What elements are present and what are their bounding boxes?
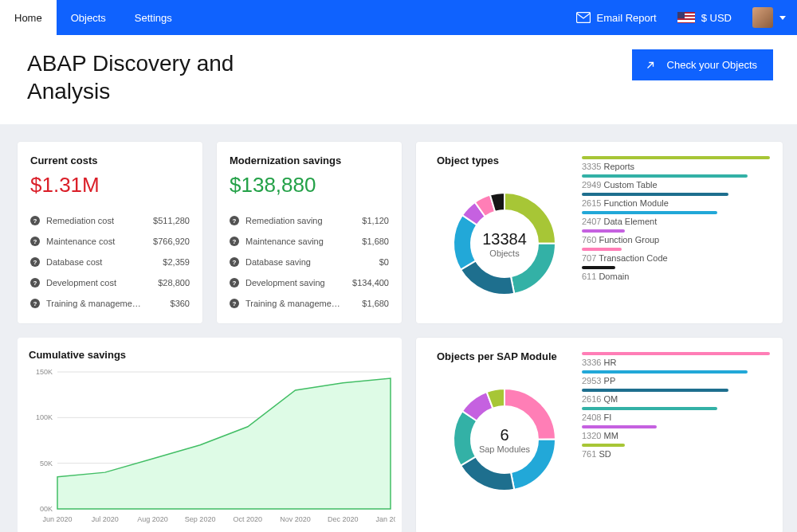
svg-rect-0 <box>576 13 590 23</box>
saving-item-row: ?Maintenance saving$1,680 <box>230 231 389 252</box>
sap-module-legend-row: 2953 PP <box>582 370 770 385</box>
saving-item-row: ?Database saving$0 <box>230 252 389 272</box>
email-report-button[interactable]: Email Report <box>576 12 657 24</box>
sap-module-legend-row: 1320 MM <box>582 425 770 440</box>
check-objects-label: Check your Objects <box>667 59 757 71</box>
arrow-up-right-icon <box>645 60 656 71</box>
sap-module-legend-row: 3336 HR <box>582 352 770 367</box>
svg-text:00K: 00K <box>40 505 53 513</box>
user-menu[interactable] <box>752 7 786 28</box>
page-title: ABAP Discovery and Analysis <box>27 49 282 105</box>
saving-item-row: ?Remediation saving$1,120 <box>230 210 389 231</box>
cost-item-value: $511,280 <box>153 216 190 225</box>
cost-item-value: $360 <box>171 299 190 308</box>
avatar <box>752 7 773 28</box>
sap-modules-sub: Sap Modules <box>479 444 530 454</box>
help-icon[interactable]: ? <box>230 299 239 308</box>
saving-item-row: ?Development saving$134,400 <box>230 272 389 293</box>
topbar-right: Email Report $ USD <box>576 7 786 28</box>
saving-item-value: $0 <box>379 257 389 267</box>
svg-text:Jun 2020: Jun 2020 <box>42 515 72 523</box>
sap-modules-donut: 6 Sap Modules <box>437 372 572 507</box>
current-costs-total: $1.31M <box>30 173 190 198</box>
saving-item-label: Database saving <box>245 257 373 267</box>
sap-modules-card: Objects per SAP Module 6 Sap Modules 333… <box>416 338 783 532</box>
sap-module-legend-row: 2408 FI <box>582 407 770 422</box>
cost-item-value: $766,920 <box>153 237 190 246</box>
tab-settings[interactable]: Settings <box>120 0 186 35</box>
current-costs-title: Current costs <box>30 155 190 166</box>
object-types-donut: 13384 Objects <box>437 176 572 311</box>
cost-item-row: ?Development cost$28,800 <box>30 272 190 293</box>
cost-item-row: ?Training & manageme…$360 <box>30 293 190 314</box>
saving-item-label: Maintenance saving <box>245 237 355 246</box>
savings-total: $138,880 <box>230 173 389 198</box>
svg-text:Aug 2020: Aug 2020 <box>137 515 168 523</box>
help-icon[interactable]: ? <box>30 237 40 246</box>
object-type-legend-row: 760 Function Group <box>582 229 770 244</box>
object-type-legend-row: 2615 Function Module <box>582 193 770 208</box>
object-type-legend-row: 2407 Data Element <box>582 211 770 226</box>
svg-text:Oct 2020: Oct 2020 <box>234 515 263 523</box>
cost-item-label: Remediation cost <box>46 216 147 225</box>
help-icon[interactable]: ? <box>30 299 40 308</box>
svg-text:Dec 2020: Dec 2020 <box>328 515 359 523</box>
cost-item-label: Development cost <box>46 278 151 288</box>
help-icon[interactable]: ? <box>230 278 239 288</box>
svg-text:Sep 2020: Sep 2020 <box>185 515 216 523</box>
object-type-legend-row: 707 Transaction Code <box>582 248 770 263</box>
object-types-sub: Objects <box>482 248 527 258</box>
saving-item-row: ?Training & manageme…$1,680 <box>230 293 389 314</box>
savings-title: Modernization savings <box>230 155 389 166</box>
svg-text:50K: 50K <box>40 460 53 467</box>
cost-item-value: $28,800 <box>158 278 190 288</box>
saving-item-label: Remediation saving <box>245 216 355 225</box>
object-types-card: Object types 13384 Objects 3335 Reports2… <box>416 142 783 323</box>
help-icon[interactable]: ? <box>230 257 239 267</box>
dashboard-row-1: Current costs $1.31M ?Remediation cost$5… <box>0 124 797 323</box>
help-icon[interactable]: ? <box>230 237 239 246</box>
saving-item-value: $134,400 <box>352 278 389 288</box>
help-icon[interactable]: ? <box>30 216 40 225</box>
svg-text:Jul 2020: Jul 2020 <box>92 515 119 523</box>
currency-selector[interactable]: $ USD <box>677 12 732 24</box>
cumulative-chart: 150K100K50K00KJun 2020Jul 2020Aug 2020Se… <box>29 367 395 526</box>
svg-text:Jan 2021: Jan 2021 <box>375 515 395 523</box>
help-icon[interactable]: ? <box>230 216 239 225</box>
help-icon[interactable]: ? <box>30 278 40 288</box>
saving-item-value: $1,680 <box>362 299 389 308</box>
tab-objects[interactable]: Objects <box>57 0 120 35</box>
topbar: Home Objects Settings Email Report $ USD <box>0 0 797 35</box>
object-type-legend-row: 2949 Custom Table <box>582 174 770 190</box>
cost-item-value: $2,359 <box>163 257 190 267</box>
object-types-legend: 3335 Reports2949 Custom Table2615 Functi… <box>582 155 770 314</box>
email-report-label: Email Report <box>597 12 657 24</box>
cost-item-row: ?Maintenance cost$766,920 <box>30 231 190 252</box>
object-types-count: 13384 <box>482 230 527 248</box>
cost-item-row: ?Remediation cost$511,280 <box>30 210 190 231</box>
cost-item-label: Maintenance cost <box>46 237 147 246</box>
flag-us-icon <box>677 12 695 23</box>
sap-module-legend-row: 2616 QM <box>582 389 770 404</box>
chevron-down-icon <box>779 16 786 20</box>
object-types-title: Object types <box>437 155 572 166</box>
help-icon[interactable]: ? <box>30 257 40 267</box>
currency-label: $ USD <box>701 12 732 24</box>
svg-text:150K: 150K <box>36 368 53 376</box>
mail-icon <box>576 12 591 23</box>
tab-home[interactable]: Home <box>0 0 57 35</box>
check-objects-button[interactable]: Check your Objects <box>632 49 773 80</box>
cumulative-title: Cumulative savings <box>29 349 394 361</box>
cumulative-savings-card: Cumulative savings 150K100K50K00KJun 202… <box>18 338 402 532</box>
svg-text:100K: 100K <box>36 413 53 421</box>
saving-item-label: Training & manageme… <box>245 299 355 308</box>
topbar-tabs: Home Objects Settings <box>0 0 186 35</box>
saving-item-value: $1,120 <box>362 216 389 225</box>
sap-modules-legend: 3336 HR2953 PP2616 QM2408 FI1320 MM761 S… <box>582 350 770 524</box>
dashboard-row-2: Cumulative savings 150K100K50K00KJun 202… <box>0 323 797 532</box>
cost-item-label: Training & manageme… <box>46 299 164 308</box>
modernization-savings-card: Modernization savings $138,880 ?Remediat… <box>217 142 402 323</box>
saving-item-value: $1,680 <box>362 237 389 246</box>
saving-item-label: Development saving <box>245 278 346 288</box>
sap-module-legend-row: 761 SD <box>582 444 770 459</box>
